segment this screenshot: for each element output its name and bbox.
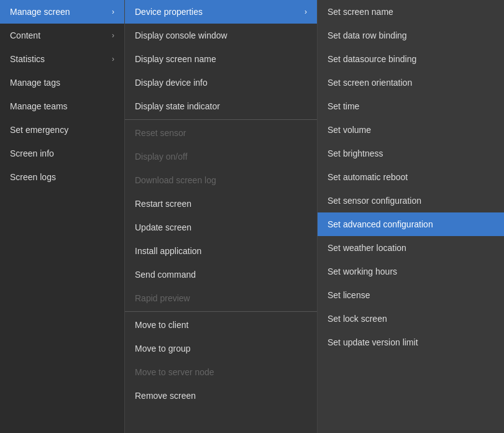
menu-item-manage-tags[interactable]: Manage tags bbox=[0, 71, 124, 94]
menu-item-set-brightness[interactable]: Set brightness bbox=[318, 142, 504, 165]
menu-item-statistics[interactable]: Statistics› bbox=[0, 47, 124, 71]
menu-item-install-application[interactable]: Install application bbox=[125, 239, 317, 263]
menu-item-reset-sensor: Reset sensor bbox=[125, 121, 317, 145]
menu-divider bbox=[125, 311, 317, 312]
menu-col2-header[interactable]: Device properties› bbox=[125, 0, 317, 24]
menu-item-display-screen-name[interactable]: Display screen name bbox=[125, 47, 317, 71]
menu-item-set-lock-screen[interactable]: Set lock screen bbox=[318, 307, 504, 330]
menu-item-display-device-info[interactable]: Display device info bbox=[125, 71, 317, 94]
menu-item-update-screen[interactable]: Update screen bbox=[125, 216, 317, 239]
menu-item-set-screen-name[interactable]: Set screen name bbox=[318, 0, 504, 24]
menu-item-display-console-window[interactable]: Display console window bbox=[125, 24, 317, 47]
menu-item-set-volume[interactable]: Set volume bbox=[318, 118, 504, 142]
menu-item-display-state-indicator[interactable]: Display state indicator bbox=[125, 94, 317, 118]
menu-item-screen-logs[interactable]: Screen logs bbox=[0, 165, 124, 189]
menu-item-manage-teams[interactable]: Manage teams bbox=[0, 94, 124, 118]
menu-item-set-working-hours[interactable]: Set working hours bbox=[318, 260, 504, 283]
menu-item-set-advanced-configuration[interactable]: Set advanced configuration bbox=[318, 212, 504, 236]
menu-col-3: Set screen nameSet data row bindingSet d… bbox=[317, 0, 504, 433]
menu-item-move-to-client[interactable]: Move to client bbox=[125, 313, 317, 337]
menu-item-set-data-row-binding[interactable]: Set data row binding bbox=[318, 24, 504, 47]
menu-col-2: Device properties›Display console window… bbox=[124, 0, 317, 433]
menu-item-manage-screen[interactable]: Manage screen› bbox=[0, 0, 124, 24]
menu-item-rapid-preview: Rapid preview bbox=[125, 286, 317, 310]
menu-item-set-license[interactable]: Set license bbox=[318, 283, 504, 307]
arrow-icon: › bbox=[112, 55, 114, 63]
menu-item-set-time[interactable]: Set time bbox=[318, 94, 504, 118]
menu-item-remove-screen[interactable]: Remove screen bbox=[125, 384, 317, 408]
menu-item-display-on-off: Display on/off bbox=[125, 145, 317, 168]
menu-item-set-update-version-limit[interactable]: Set update version limit bbox=[318, 330, 504, 354]
menu-item-download-screen-log: Download screen log bbox=[125, 168, 317, 192]
arrow-icon: › bbox=[305, 7, 307, 16]
arrow-icon: › bbox=[112, 31, 114, 40]
menu-item-screen-info[interactable]: Screen info bbox=[0, 142, 124, 165]
menu-item-set-sensor-configuration[interactable]: Set sensor configuration bbox=[318, 189, 504, 212]
menu-item-set-datasource-binding[interactable]: Set datasource binding bbox=[318, 47, 504, 71]
menu-item-set-emergency[interactable]: Set emergency bbox=[0, 118, 124, 142]
menu-container: Manage screen›Content›Statistics›Manage … bbox=[0, 0, 504, 433]
arrow-icon: › bbox=[112, 7, 114, 16]
menu-divider bbox=[125, 119, 317, 120]
menu-item-set-automatic-reboot[interactable]: Set automatic reboot bbox=[318, 165, 504, 189]
menu-item-move-to-server-node: Move to server node bbox=[125, 360, 317, 384]
menu-item-set-screen-orientation[interactable]: Set screen orientation bbox=[318, 71, 504, 94]
menu-item-send-command[interactable]: Send command bbox=[125, 263, 317, 286]
menu-item-move-to-group[interactable]: Move to group bbox=[125, 337, 317, 360]
menu-col-1: Manage screen›Content›Statistics›Manage … bbox=[0, 0, 124, 433]
menu-item-restart-screen[interactable]: Restart screen bbox=[125, 192, 317, 216]
menu-item-set-weather-location[interactable]: Set weather location bbox=[318, 236, 504, 260]
menu-item-content[interactable]: Content› bbox=[0, 24, 124, 47]
